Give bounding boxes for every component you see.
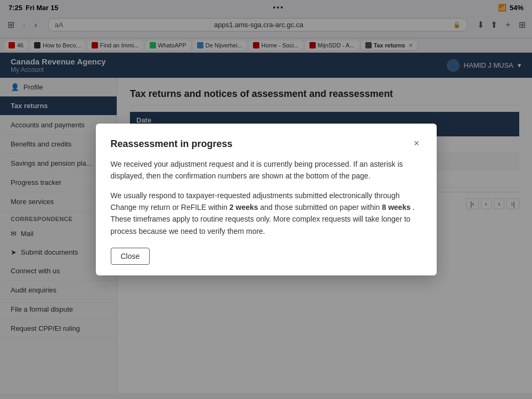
modal-overlay: Reassessment in progress × We received y… (0, 0, 532, 399)
reassessment-modal: Reassessment in progress × We received y… (96, 124, 437, 275)
modal-close-button-footer[interactable]: Close (111, 248, 150, 265)
modal-title: Reassessment in progress (111, 139, 233, 150)
modal-paragraph-2: We usually respond to taxpayer-requested… (111, 190, 422, 238)
modal-body: We received your adjustment request and … (111, 158, 422, 237)
modal-bold-8weeks: 8 weeks (382, 203, 411, 211)
modal-footer: Close (111, 248, 422, 265)
modal-close-button[interactable]: × (412, 139, 422, 148)
modal-paragraph-1: We received your adjustment request and … (111, 158, 422, 182)
modal-bold-2weeks: 2 weeks (230, 203, 258, 211)
modal-header: Reassessment in progress × (111, 139, 422, 150)
modal-p2-middle: and those submitted on paper within (258, 203, 382, 211)
